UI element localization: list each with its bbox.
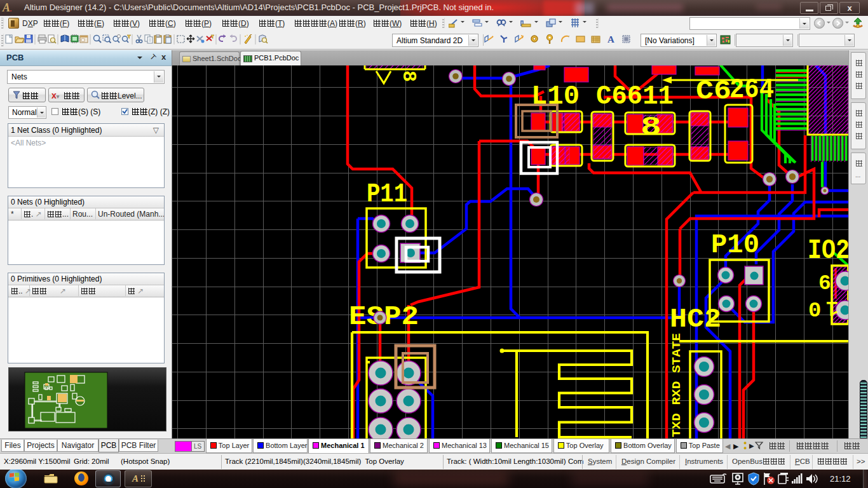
svg-text:C6: C6 (696, 76, 731, 107)
svg-text:L10: L10 (531, 81, 580, 112)
svg-text:264: 264 (729, 74, 774, 106)
svg-text:HC2: HC2 (670, 304, 721, 335)
svg-text:8: 8 (641, 112, 661, 143)
svg-text:A: A (607, 34, 614, 44)
svg-text:P10: P10 (711, 230, 759, 261)
svg-text:8: 8 (398, 71, 419, 82)
svg-text:P11: P11 (367, 179, 407, 210)
svg-text:6: 6 (818, 272, 831, 295)
svg-text:C6611: C6611 (596, 81, 674, 112)
svg-text:1: 1 (826, 295, 839, 320)
svg-text:TXD RXD STATE: TXD RXD STATE (670, 333, 684, 437)
svg-text:IO2: IO2 (808, 234, 848, 266)
svg-text:0: 0 (808, 299, 821, 323)
